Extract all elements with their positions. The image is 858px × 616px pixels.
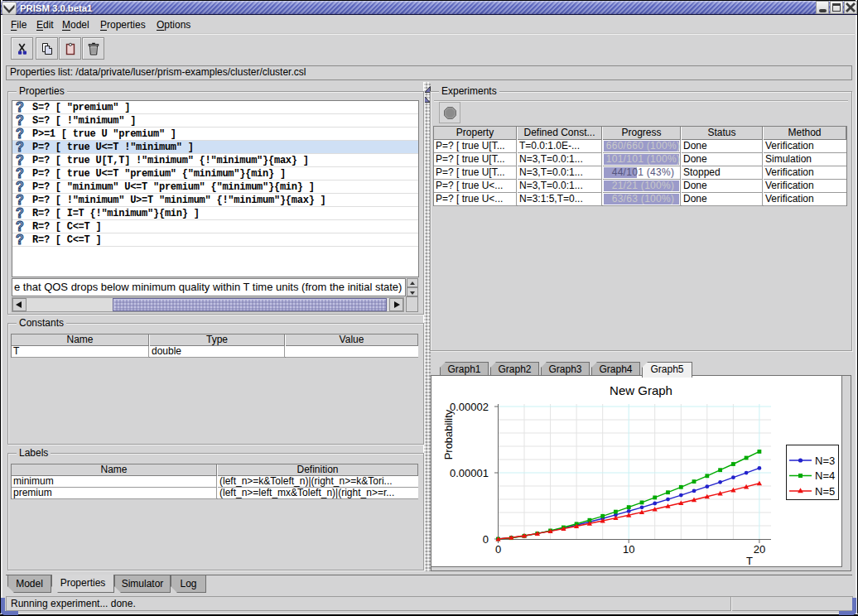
svg-text:Probability: Probability <box>442 409 455 460</box>
svg-text:N=4: N=4 <box>815 469 835 482</box>
svg-text:New Graph: New Graph <box>610 383 672 397</box>
svg-text:N=3: N=3 <box>815 455 835 467</box>
svg-text:0: 0 <box>483 533 489 546</box>
svg-text:0.00001: 0.00001 <box>450 467 489 479</box>
svg-text:20: 20 <box>754 543 765 556</box>
svg-text:N=5: N=5 <box>815 485 835 498</box>
svg-text:T: T <box>746 555 753 567</box>
svg-text:0: 0 <box>495 543 501 556</box>
svg-text:0.00002: 0.00002 <box>450 401 489 413</box>
svg-text:10: 10 <box>623 543 634 556</box>
